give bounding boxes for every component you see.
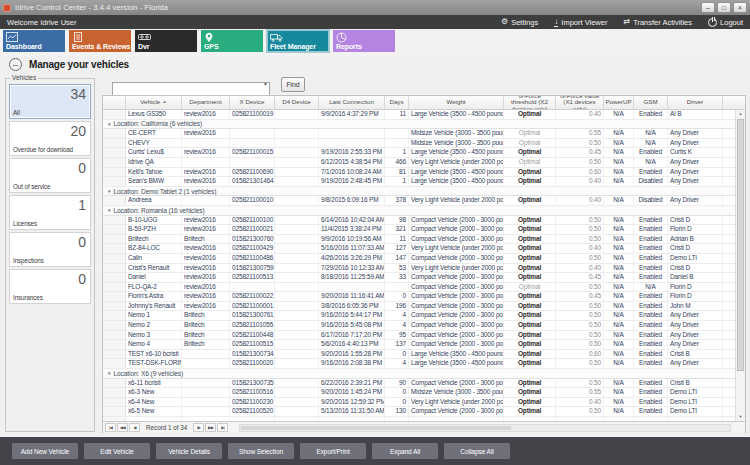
scroll-down-icon[interactable]: ▼ (736, 413, 745, 421)
tab-events-reviews[interactable]: Events & Reviews (69, 30, 131, 52)
cell-g-value: 0.45 (556, 292, 604, 301)
cell-gsm: Enabled (634, 407, 668, 416)
table-row[interactable]: Nemo 2Briltech0258211010559/16/2016 5:45… (103, 321, 745, 331)
table-row[interactable]: BZ-84-LOCreview20160258211004295/16/2016… (103, 244, 745, 254)
column-header-last-connection[interactable]: Last Connection (319, 96, 385, 109)
export-print-selected-button[interactable]: Export/Print Selected (300, 443, 366, 459)
table-row[interactable]: BriltechBriltech0158213007609/9/2016 10:… (103, 235, 745, 245)
vehicle-details-button[interactable]: Vehicle Details (156, 443, 222, 459)
cell-department (182, 398, 230, 407)
horizontal-scrollbar[interactable] (239, 424, 731, 432)
collapse-all-button[interactable]: Collapse All (444, 443, 510, 459)
table-row[interactable]: x6-11 bcristi0158213007356/22/2016 2:39:… (103, 379, 745, 389)
table-row[interactable]: Andreea0258211000109/8/2015 6:09:16 PM37… (103, 196, 745, 206)
table-row[interactable]: Idrive QA6/12/2015 4:38:54 PM466Very Lig… (103, 158, 745, 168)
column-header-department[interactable]: Department (182, 96, 230, 109)
group-row[interactable]: ▾Location: X6 (9 vehicles) (103, 369, 745, 379)
column-header-d4-device[interactable]: D4 Device (275, 96, 319, 109)
table-row[interactable]: CHEVYMidsize Vehicle (3000 - 3500 pounds… (103, 139, 745, 149)
menu-item-import-viewer[interactable]: ↓Import Viewer (554, 18, 607, 27)
table-row[interactable]: Danielreview20160258211005138/18/2016 11… (103, 273, 745, 283)
table-row[interactable]: x6-4 New0258211002309/20/2016 12:59:32 P… (103, 398, 745, 408)
group-row[interactable]: ▾Location: California (6 vehicles) (103, 120, 745, 130)
horizontal-scrollbar-thumb[interactable] (241, 426, 510, 430)
cell-days (385, 139, 409, 148)
table-row[interactable]: Sean's BMWreview20160158213014649/19/201… (103, 177, 745, 187)
find-button[interactable]: Find (281, 77, 305, 92)
collapse-group-icon[interactable]: ▾ (108, 188, 110, 194)
column-header-powerup[interactable]: PowerUP (604, 96, 634, 109)
table-row[interactable]: TEST-DSK-FLORIN0258211000209/16/2016 2:0… (103, 359, 745, 369)
vertical-scrollbar[interactable]: ▲ ▼ (735, 110, 745, 421)
edit-vehicle-button[interactable]: Edit Vehicle (84, 443, 150, 459)
sidebar-card-out-of-service[interactable]: 0Out of service (9, 158, 91, 193)
table-row[interactable]: FLO-QA-2review2016Compact Vehicle (2000 … (103, 283, 745, 293)
column-header-g-force-threshold-x2-devices-only-[interactable]: G-Force threshold (X2 devices only) (504, 96, 556, 109)
table-row[interactable]: Curtis' Lexu$review20160258211000159/19/… (103, 148, 745, 158)
group-row[interactable]: ▾Location: Demo Tablet 2 (1 vehicles) (103, 187, 745, 197)
table-row[interactable]: Calinreview20160258211004864/26/2016 3:2… (103, 254, 745, 264)
tab-reports[interactable]: Reports (333, 30, 395, 52)
sidebar-card-all[interactable]: 34All (9, 84, 91, 119)
menu-item-logout[interactable]: Logout (708, 18, 743, 27)
minimize-button[interactable]: – (701, 2, 715, 13)
cell-powerup: N/A (604, 168, 634, 177)
add-new-vehicle-button[interactable]: Add New Vehicle (12, 443, 78, 459)
cell-d4-device (275, 398, 319, 407)
sidebar-card-inspections[interactable]: 0Inspections (9, 232, 91, 267)
tab-dvr[interactable]: Dvr (135, 30, 197, 52)
table-row[interactable]: Johnny's Renaultreview20160258211000013/… (103, 302, 745, 312)
table-row[interactable]: Lexus GS350review20160258211000199/9/201… (103, 110, 745, 120)
cell-driver: Demo LTI (668, 407, 723, 416)
scroll-up-icon[interactable]: ▲ (736, 110, 745, 118)
show-selection-button[interactable]: Show Selection (228, 443, 294, 459)
next-record-button[interactable]: ▶ (193, 423, 204, 432)
maximize-button[interactable]: □ (717, 2, 731, 13)
table-row[interactable]: x6-3 New0258211005169/20/2016 1:45:24 PM… (103, 388, 745, 398)
first-record-button[interactable]: |◀ (105, 423, 116, 432)
table-row[interactable]: CE-CERTreview2016Midsize Vehicle (3000 -… (103, 129, 745, 139)
column-header-weight[interactable]: Weight (409, 96, 504, 109)
group-row[interactable]: ▾Location: Romania (16 vehicles) (103, 206, 745, 216)
cell-powerup: N/A (604, 292, 634, 301)
column-header-x-device[interactable]: X Device (230, 96, 275, 109)
column-header-g-force-value-x1-devices-only-[interactable]: G-Force value (X1 devices only) (556, 96, 604, 109)
table-row[interactable]: Kelli's Tahoereview20160258211006907/1/2… (103, 168, 745, 178)
close-button[interactable]: × (733, 2, 747, 13)
next-page-button[interactable]: ▶▶ (205, 423, 216, 432)
cell-powerup: N/A (604, 264, 634, 273)
table-row[interactable]: Nemo 4Briltech0258211005155/6/2016 4:40:… (103, 340, 745, 350)
table-row[interactable]: Cristi's Renaultreview20160158213007597/… (103, 264, 745, 274)
menu-item-settings[interactable]: ⚙Settings (501, 18, 538, 27)
sidebar-card-licenses[interactable]: 1Licenses (9, 195, 91, 230)
tab-fleet-manager[interactable]: Fleet Manager (267, 30, 329, 52)
vertical-scrollbar-thumb[interactable] (737, 119, 744, 371)
expand-all-button[interactable]: Expand All (372, 443, 438, 459)
tab-gps[interactable]: GPS (201, 30, 263, 52)
collapse-group-icon[interactable]: ▾ (108, 121, 110, 127)
collapse-group-icon[interactable]: ▾ (108, 370, 110, 376)
column-header-gsm[interactable]: GSM (634, 96, 668, 109)
table-row[interactable]: x6-5 New0258211005205/13/2016 11:31:50 A… (103, 407, 745, 417)
table-row[interactable]: Nemo 3Briltech0258211004486/17/2016 7:17… (103, 331, 745, 341)
prev-page-button[interactable]: ◀◀ (117, 423, 128, 432)
menu-item-transfer-activities[interactable]: ⇄Transfer Activities (623, 18, 692, 27)
cell-department: review2016 (182, 110, 230, 119)
table-row[interactable]: Florin's Astrareview20160258211000229/20… (103, 292, 745, 302)
table-row[interactable]: Nemo 1Briltech0158213007619/16/2016 5:44… (103, 311, 745, 321)
table-row[interactable]: B-10-UGGreview20160258211001006/14/2016 … (103, 216, 745, 226)
collapse-group-icon[interactable]: ▾ (108, 207, 110, 213)
column-header-driver[interactable]: Driver (668, 96, 723, 109)
back-arrow-icon[interactable]: ← (9, 58, 22, 71)
column-header-vehicle[interactable]: Vehicle▲ (126, 96, 182, 109)
sidebar-card-overdue-for-download[interactable]: 20Overdue for download (9, 121, 91, 156)
vehicle-search-input[interactable] (112, 82, 270, 96)
table-row[interactable] (103, 417, 745, 421)
column-header-days[interactable]: Days (385, 96, 409, 109)
table-row[interactable]: TEST x6-10 bcristi0158213007349/20/2016 … (103, 350, 745, 360)
tab-dashboard[interactable]: Dashboard (3, 30, 65, 52)
prev-record-button[interactable]: ◀ (129, 423, 140, 432)
last-record-button[interactable]: ▶| (217, 423, 228, 432)
table-row[interactable]: B-59-PZHreview201602582110002111/4/2015 … (103, 225, 745, 235)
sidebar-card-insurances[interactable]: 0Insurances (9, 269, 91, 304)
